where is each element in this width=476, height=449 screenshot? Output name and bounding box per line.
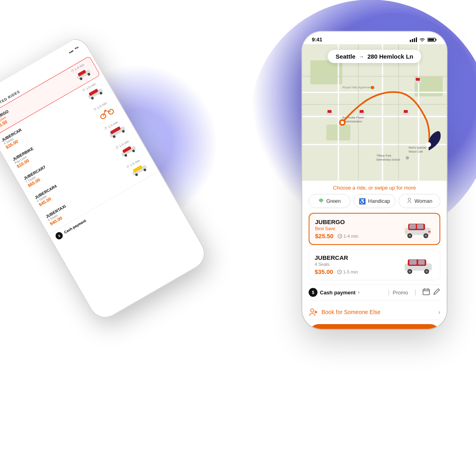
svg-point-9 — [108, 108, 114, 115]
bottom-panel: Choose a ride, or swipe up for more Gree… — [302, 181, 447, 329]
svg-rect-25 — [414, 38, 415, 42]
ride-card-sub-jubergo: Best Save — [315, 226, 402, 231]
svg-rect-24 — [412, 39, 413, 42]
payment-dollar-icon: $ — [309, 288, 317, 297]
right-time: 9:41 — [312, 37, 322, 43]
phone-left: 9:41 ▪▪▪ 〜 SUGGESTED RIDES JUBERGO Best … — [0, 33, 210, 324]
payment-right: Promo | — [393, 288, 440, 297]
right-status-bar: 9:41 — [302, 32, 447, 44]
choose-text: Choose a ride, or swipe up for more — [309, 181, 440, 194]
route-to: 280 Hemlock Ln — [367, 53, 413, 60]
payment-divider: | — [388, 289, 389, 296]
phone-right-shell: 9:41 — [302, 32, 447, 329]
svg-rect-83 — [409, 260, 417, 265]
ride-card-jubergo[interactable]: JUBERGO Best Save $25.50 1-4 min — [309, 213, 440, 245]
svg-line-67 — [340, 236, 341, 237]
filter-handicap[interactable]: ♿ Handicap — [354, 194, 395, 208]
svg-rect-57 — [328, 110, 332, 113]
svg-rect-77 — [428, 231, 431, 233]
payment-divider-2: | — [415, 289, 416, 296]
svg-rect-26 — [416, 37, 417, 42]
book-someone-arrow: › — [438, 309, 440, 315]
svg-text:Administration: Administration — [344, 120, 362, 123]
svg-point-75 — [425, 235, 427, 237]
ride-card-jubercar[interactable]: JUBERCAR 4 Seats $35.00 1-5 min — [309, 249, 440, 280]
edit-icon[interactable] — [433, 288, 440, 297]
svg-rect-84 — [418, 260, 425, 265]
phone-right: 9:41 — [302, 32, 447, 329]
woman-icon — [407, 198, 412, 204]
signal-icon — [410, 37, 417, 42]
ride-car-img-jubercar — [402, 255, 434, 275]
svg-rect-70 — [409, 224, 416, 229]
svg-text:Nick's Special: Nick's Special — [409, 146, 426, 149]
book-someone-row[interactable]: Book for Someone Else › — [309, 304, 440, 320]
ride-card-name-jubercar: JUBERCAR — [315, 254, 402, 261]
book-someone-text: Book for Someone Else — [321, 309, 438, 315]
phone-left-content: 9:41 ▪▪▪ 〜 SUGGESTED RIDES JUBERGO Best … — [0, 35, 210, 324]
svg-rect-63 — [416, 78, 420, 81]
battery-icon — [427, 37, 437, 42]
ride-card-name-jubergo: JUBERGO — [315, 218, 402, 225]
svg-line-80 — [340, 272, 340, 273]
svg-text:Tiffany Park: Tiffany Park — [376, 154, 391, 157]
ride-card-sub-jubercar: 4 Seats — [315, 262, 402, 267]
svg-point-50 — [406, 156, 409, 159]
filter-handicap-label: Handicap — [368, 198, 390, 204]
svg-rect-59 — [360, 110, 364, 113]
calendar-icon[interactable] — [423, 288, 430, 297]
promo-label: Promo — [393, 290, 408, 296]
svg-text:Royal Hills Apartments: Royal Hills Apartments — [342, 86, 374, 89]
svg-rect-71 — [417, 224, 423, 229]
clock-icon-jubergo — [338, 234, 342, 239]
svg-rect-29 — [428, 39, 434, 41]
svg-point-88 — [425, 270, 428, 273]
ride-time-jubergo: 1-4 min — [338, 234, 358, 239]
svg-text:Elementary School: Elementary School — [376, 158, 400, 161]
left-signal-icon: ▪▪▪ — [68, 48, 74, 55]
ride-time-jubercar: 1-5 min — [337, 269, 358, 274]
payment-row: $ Cash payment › | Promo | — [309, 284, 440, 300]
svg-rect-28 — [436, 39, 437, 41]
svg-point-10 — [104, 109, 107, 112]
svg-rect-31 — [310, 60, 342, 84]
svg-rect-89 — [423, 289, 429, 295]
filter-green[interactable]: Green — [309, 194, 350, 208]
person-add-icon — [309, 308, 317, 316]
route-arrow: → — [358, 53, 364, 60]
svg-point-64 — [408, 198, 411, 200]
svg-point-54 — [341, 121, 344, 124]
green-icon — [318, 198, 324, 204]
ride-price-jubergo: $25.50 — [315, 233, 334, 239]
handicap-icon: ♿ — [359, 198, 366, 204]
book-now-button[interactable]: BOOK NOW — [309, 324, 440, 329]
svg-point-73 — [409, 235, 411, 237]
left-payment-icon: $ — [54, 231, 64, 241]
ride-car-img-jubergo — [402, 219, 434, 239]
route-bar: Seattle → 280 Hemlock Ln — [328, 50, 421, 63]
svg-text:Wood Craft: Wood Craft — [409, 150, 423, 153]
clock-icon-jubercar — [337, 269, 342, 274]
svg-rect-61 — [404, 110, 408, 113]
svg-point-86 — [409, 270, 411, 273]
payment-label: Cash payment — [320, 290, 356, 296]
svg-point-55 — [426, 142, 431, 147]
filter-row: Green ♿ Handicap Woman — [309, 194, 440, 208]
svg-point-8 — [100, 113, 107, 120]
payment-chevron: › — [358, 290, 360, 295]
ride-price-jubercar: $35.00 — [315, 268, 333, 275]
svg-point-45 — [371, 86, 374, 89]
svg-rect-76 — [405, 231, 407, 233]
right-status-icons — [410, 37, 437, 42]
phone-left-shell: 9:41 ▪▪▪ 〜 SUGGESTED RIDES JUBERGO Best … — [0, 33, 210, 324]
route-from: Seattle — [336, 53, 355, 60]
scene: 9:41 ▪▪▪ 〜 SUGGESTED RIDES JUBERGO Best … — [17, 24, 459, 425]
left-wifi-icon: 〜 — [73, 45, 80, 52]
filter-green-label: Green — [326, 198, 341, 204]
svg-rect-23 — [410, 40, 411, 42]
filter-woman-label: Woman — [415, 198, 433, 204]
filter-woman[interactable]: Woman — [399, 194, 440, 208]
payment-left[interactable]: $ Cash payment › — [309, 288, 384, 297]
wifi-icon — [419, 37, 425, 42]
map-svg: Royal Hills Apartments Bonneville Power … — [302, 44, 447, 181]
